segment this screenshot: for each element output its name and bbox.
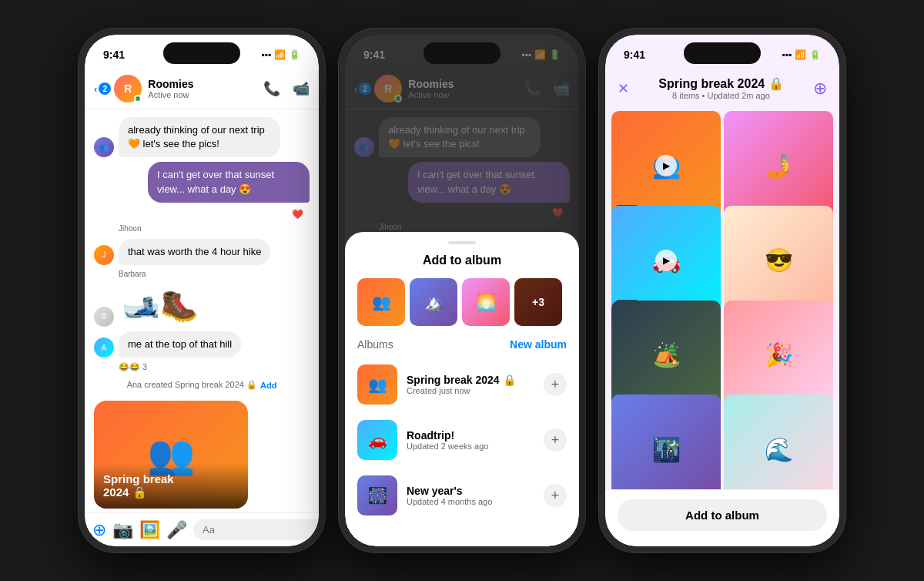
message-input[interactable] bbox=[193, 519, 319, 540]
grid-image-4: 😎 bbox=[724, 206, 833, 315]
sheet-photo-1[interactable]: 👥 bbox=[357, 278, 405, 326]
album-info-3: New year's Updated 4 months ago bbox=[407, 485, 534, 506]
album-add-button-1[interactable]: + bbox=[544, 373, 567, 396]
album-more-button[interactable]: ⊕ bbox=[813, 79, 827, 99]
album-view-title-section: Spring break 2024 🔒 8 items • Updated 2m… bbox=[629, 76, 813, 100]
group-avatar-1: R bbox=[114, 75, 142, 102]
message-row: J that was worth the 4 hour hike bbox=[94, 239, 310, 265]
album-add-button-2[interactable]: + bbox=[544, 428, 567, 452]
album-thumb-emoji-1: 👥 bbox=[357, 364, 397, 405]
emoji-reaction: 😂😂 3 bbox=[119, 362, 310, 372]
wifi-icon-3: 📶 bbox=[795, 49, 806, 60]
chat-header-1: ‹ 2 R Roomies Active now 📞 📹 bbox=[85, 69, 319, 109]
avatar: A bbox=[94, 338, 114, 358]
album-name-3: New year's bbox=[407, 485, 534, 497]
album-list-item-1[interactable]: 👥 Spring break 2024 🔒 Created just now + bbox=[345, 357, 579, 412]
back-button-2[interactable]: ‹ 2 bbox=[354, 82, 371, 95]
group-name-2: Roomies bbox=[408, 78, 524, 90]
header-actions-2: 📞 📹 bbox=[524, 80, 570, 97]
message-reaction-2: ❤️ bbox=[354, 207, 570, 218]
add-to-album-button[interactable]: Add to album bbox=[618, 499, 827, 531]
back-count-badge-2: 2 bbox=[359, 82, 371, 95]
message-row: I can't get over that sunset view... wha… bbox=[354, 162, 570, 202]
add-to-album-link[interactable]: Add bbox=[260, 381, 276, 390]
message-bubble: that was worth the 4 hour hike bbox=[119, 239, 270, 265]
status-time-2: 9:41 bbox=[363, 49, 385, 61]
album-thumb-emoji-2: 🚗 bbox=[357, 420, 397, 460]
album-title-overlay: Spring break2024 🔒 bbox=[94, 463, 248, 509]
grid-image-2: 🤳 bbox=[724, 111, 833, 220]
grid-item-7[interactable]: 🌃 bbox=[611, 395, 721, 489]
status-icons-3: ▪▪▪ 📶 🔋 bbox=[782, 49, 821, 60]
message-row: I can't get over that sunset view... wha… bbox=[94, 162, 310, 202]
sender-label: Barbara bbox=[119, 270, 310, 278]
sender-label-2: Jihoon bbox=[379, 223, 570, 231]
message-bubble: already thinking of our next trip 🧡 let'… bbox=[379, 117, 541, 157]
album-close-button[interactable]: ✕ bbox=[618, 80, 629, 97]
album-card[interactable]: 👥 Spring break2024 🔒 bbox=[94, 401, 248, 509]
header-info-2[interactable]: Roomies Active now bbox=[408, 78, 524, 99]
signal-icon-3: ▪▪▪ bbox=[782, 49, 792, 60]
back-button-1[interactable]: ‹ 2 bbox=[94, 82, 111, 95]
header-info-1[interactable]: Roomies Active now bbox=[148, 78, 263, 99]
avatar: B bbox=[94, 307, 114, 327]
add-icon[interactable]: ⊕ bbox=[92, 520, 106, 540]
play-button-1[interactable]: ▶ bbox=[655, 155, 677, 176]
sheet-photo-3[interactable]: 🌅 bbox=[462, 278, 510, 326]
sheet-photo-more[interactable]: +3 bbox=[514, 278, 562, 326]
add-to-album-sheet: Add to album 👥 🏔️ 🌅 +3 bbox=[345, 232, 579, 546]
back-count-badge: 2 bbox=[99, 82, 111, 95]
photo-preview-3: 🌅 bbox=[462, 278, 510, 326]
album-info-1: Spring break 2024 🔒 Created just now bbox=[407, 374, 534, 395]
grid-item-6[interactable]: 🎉 bbox=[724, 301, 833, 410]
grid-item-4[interactable]: 😎 bbox=[724, 206, 833, 315]
photos-icon[interactable]: 🖼️ bbox=[139, 520, 160, 540]
video-icon-2[interactable]: 📹 bbox=[553, 80, 570, 97]
album-thumbnail-3: 🎆 bbox=[357, 475, 397, 516]
camera-icon[interactable]: 📷 bbox=[112, 520, 133, 540]
group-name-1: Roomies bbox=[148, 78, 263, 90]
grid-item-1[interactable]: 👥 ▶ 0:08 bbox=[611, 111, 721, 220]
phone-1: 9:41 ▪▪▪ 📶 🔋 ‹ 2 R Roomies bbox=[79, 29, 325, 552]
album-footer: Add to album bbox=[605, 489, 839, 546]
message-bubble-sent: I can't get over that sunset view... wha… bbox=[148, 162, 310, 202]
grid-item-8[interactable]: 🌊 bbox=[724, 395, 833, 489]
new-album-button[interactable]: New album bbox=[510, 338, 567, 351]
album-list-item-3[interactable]: 🎆 New year's Updated 4 months ago + bbox=[345, 468, 579, 523]
album-thumbnail-2: 🚗 bbox=[357, 420, 397, 460]
battery-icon-3: 🔋 bbox=[809, 49, 821, 60]
sheet-photo-2[interactable]: 🏔️ bbox=[410, 278, 457, 326]
album-add-button-3[interactable]: + bbox=[544, 484, 567, 507]
phone-2: 9:41 ▪▪▪ 📶 🔋 ‹ 2 R Roomies bbox=[339, 29, 585, 552]
group-avatar-2: R bbox=[374, 75, 402, 102]
album-sub-2: Updated 2 weeks ago bbox=[407, 442, 534, 451]
album-name-1: Spring break 2024 🔒 bbox=[407, 374, 534, 386]
sheet-title: Add to album bbox=[345, 254, 579, 267]
album-view-header: ✕ Spring break 2024 🔒 8 items • Updated … bbox=[605, 69, 839, 108]
wifi-icon-2: 📶 bbox=[534, 49, 546, 60]
album-sub-3: Updated 4 months ago bbox=[407, 497, 534, 506]
call-icon-2[interactable]: 📞 bbox=[524, 80, 541, 97]
play-button-3[interactable]: ▶ bbox=[655, 250, 677, 271]
video-icon[interactable]: 📹 bbox=[293, 80, 310, 97]
album-sub-1: Created just now bbox=[407, 386, 534, 395]
chat-input-bar-1: ⊕ 📷 🖼️ 🎤 😊 👍 bbox=[85, 512, 319, 546]
sheet-handle bbox=[448, 241, 476, 244]
call-icon[interactable]: 📞 bbox=[263, 80, 280, 97]
album-info-2: Roadtrip! Updated 2 weeks ago bbox=[407, 429, 534, 451]
message-row: B 🎿🥾 bbox=[94, 284, 310, 327]
battery-icon: 🔋 bbox=[289, 49, 300, 60]
system-message: Ana created Spring break 2024 🔒 Add bbox=[94, 380, 310, 390]
mic-icon[interactable]: 🎤 bbox=[166, 520, 187, 540]
avatar: 👥 bbox=[94, 137, 114, 157]
chat-header-2: ‹ 2 R Roomies Active now 📞 📹 bbox=[345, 69, 579, 109]
chat-messages-1: 👥 already thinking of our next trip 🧡 le… bbox=[85, 109, 319, 512]
grid-item-3[interactable]: 🚗 ▶ 0:05 bbox=[611, 206, 721, 315]
system-text: Ana created Spring break 2024 🔒 bbox=[127, 380, 257, 390]
message-row: 👥 already thinking of our next trip 🧡 le… bbox=[94, 117, 310, 157]
album-list-item-2[interactable]: 🚗 Roadtrip! Updated 2 weeks ago + bbox=[345, 412, 579, 468]
dynamic-island-2 bbox=[424, 42, 500, 64]
message-row: A me at the top of that hill bbox=[94, 331, 310, 358]
grid-item-2[interactable]: 🤳 bbox=[724, 111, 833, 220]
grid-item-5[interactable]: 🏕️ bbox=[611, 301, 721, 410]
